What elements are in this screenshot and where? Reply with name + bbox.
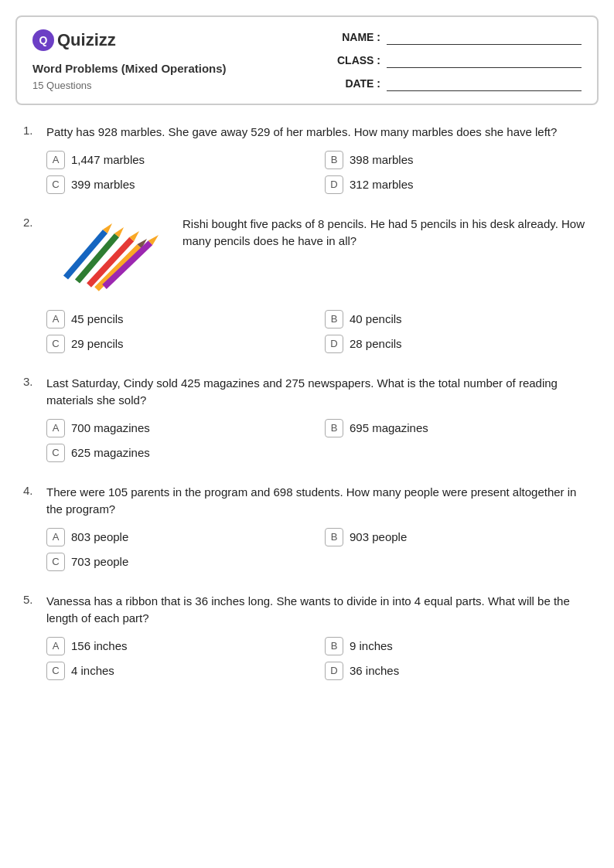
- answer-text-5-a: 156 inches: [71, 639, 128, 652]
- question-text-2: Rishi bought five packs of 8 pencils. He…: [182, 216, 591, 250]
- question-block-1: 1.Patty has 928 marbles. She gave away 5…: [23, 124, 591, 194]
- answer-letter-c: C: [46, 335, 65, 353]
- answer-text-4-b: 903 people: [350, 530, 407, 543]
- answer-text-1-c: 399 marbles: [71, 178, 135, 191]
- answer-text-5-c: 4 inches: [71, 664, 114, 677]
- answer-item-5-b[interactable]: B9 inches: [325, 637, 591, 655]
- answer-item-1-a[interactable]: A1,447 marbles: [46, 151, 312, 169]
- date-line: [387, 76, 582, 91]
- answers-grid-4: A803 peopleB903 peopleC703 people: [23, 528, 591, 571]
- name-line: [387, 29, 582, 45]
- question-text-5: Vanessa has a ribbon that is 36 inches l…: [46, 593, 591, 628]
- answer-letter-d: D: [325, 175, 343, 194]
- answer-item-3-b[interactable]: B695 magazines: [325, 419, 591, 437]
- question-content-2: Rishi bought five packs of 8 pencils. He…: [46, 216, 591, 301]
- answer-item-2-a[interactable]: A45 pencils: [46, 310, 312, 328]
- answer-letter-b: B: [325, 151, 343, 169]
- class-field-row: CLASS :: [334, 53, 582, 68]
- answer-letter-c: C: [46, 662, 65, 680]
- answer-letter-b: B: [325, 419, 343, 437]
- class-label: CLASS :: [334, 54, 380, 66]
- class-line: [387, 53, 582, 68]
- header-left: Q Quizizz Word Problems (Mixed Operation…: [32, 29, 227, 91]
- question-header-4: 4.There were 105 parents in the program …: [23, 484, 591, 519]
- question-number-4: 4.: [23, 484, 39, 497]
- answer-text-2-c: 29 pencils: [71, 337, 124, 350]
- answer-item-3-c[interactable]: C625 magazines: [46, 444, 312, 462]
- answer-text-2-b: 40 pencils: [350, 312, 402, 325]
- answer-item-4-a[interactable]: A803 people: [46, 528, 312, 546]
- answer-text-5-d: 36 inches: [350, 664, 399, 677]
- answer-item-2-d[interactable]: D28 pencils: [325, 335, 591, 353]
- question-content-3: Last Saturday, Cindy sold 425 magazines …: [46, 375, 591, 410]
- answer-letter-c: C: [46, 553, 65, 571]
- answers-grid-5: A156 inchesB9 inchesC4 inchesD36 inches: [23, 637, 591, 680]
- answer-text-4-a: 803 people: [71, 530, 128, 543]
- question-header-3: 3.Last Saturday, Cindy sold 425 magazine…: [23, 375, 591, 410]
- answer-letter-c: C: [46, 175, 65, 194]
- answer-letter-a: A: [46, 310, 65, 328]
- question-number-3: 3.: [23, 375, 39, 388]
- answer-letter-a: A: [46, 419, 65, 437]
- question-block-5: 5.Vanessa has a ribbon that is 36 inches…: [23, 593, 591, 680]
- answers-grid-1: A1,447 marblesB398 marblesC399 marblesD3…: [23, 151, 591, 194]
- answer-letter-d: D: [325, 662, 343, 680]
- answer-text-3-a: 700 magazines: [71, 421, 150, 434]
- question-content-5: Vanessa has a ribbon that is 36 inches l…: [46, 593, 591, 628]
- answer-item-4-b[interactable]: B903 people: [325, 528, 591, 546]
- answer-letter-b: B: [325, 528, 343, 546]
- questions-container: 1.Patty has 928 marbles. She gave away 5…: [15, 124, 599, 680]
- header-box: Q Quizizz Word Problems (Mixed Operation…: [15, 15, 599, 105]
- question-text-4: There were 105 parents in the program an…: [46, 484, 591, 519]
- answer-letter-a: A: [46, 637, 65, 655]
- answer-text-5-b: 9 inches: [350, 639, 393, 652]
- quiz-title: Word Problems (Mixed Operations): [32, 62, 227, 75]
- logo: Q Quizizz: [32, 29, 227, 51]
- date-field-row: DATE :: [334, 76, 582, 91]
- answer-text-1-d: 312 marbles: [350, 178, 414, 191]
- answer-item-1-d[interactable]: D312 marbles: [325, 175, 591, 194]
- answer-letter-c: C: [46, 444, 65, 462]
- answer-item-4-c[interactable]: C703 people: [46, 553, 312, 571]
- answer-text-1-b: 398 marbles: [350, 153, 414, 166]
- question-number-1: 1.: [23, 124, 39, 137]
- answer-letter-b: B: [325, 310, 343, 328]
- question-header-2: 2.Rishi bought five packs of 8 pencils. …: [23, 216, 591, 301]
- answer-item-2-b[interactable]: B40 pencils: [325, 310, 591, 328]
- question-content-1: Patty has 928 marbles. She gave away 529…: [46, 124, 591, 141]
- name-field-row: NAME :: [334, 29, 582, 45]
- header-right: NAME : CLASS : DATE :: [334, 29, 582, 91]
- answer-letter-a: A: [46, 151, 65, 169]
- answer-text-4-c: 703 people: [71, 555, 128, 568]
- answer-item-5-c[interactable]: C4 inches: [46, 662, 312, 680]
- pencil-image: [46, 216, 170, 301]
- question-block-3: 3.Last Saturday, Cindy sold 425 magazine…: [23, 375, 591, 462]
- answer-text-3-b: 695 magazines: [350, 421, 428, 434]
- answer-text-1-a: 1,447 marbles: [71, 153, 145, 166]
- logo-icon: Q: [32, 29, 54, 51]
- question-text-3: Last Saturday, Cindy sold 425 magazines …: [46, 375, 591, 410]
- answer-item-5-d[interactable]: D36 inches: [325, 662, 591, 680]
- answer-letter-b: B: [325, 637, 343, 655]
- question-number-2: 2.: [23, 216, 39, 229]
- answers-grid-3: A700 magazinesB695 magazinesC625 magazin…: [23, 419, 591, 462]
- answer-item-1-c[interactable]: C399 marbles: [46, 175, 312, 194]
- answer-text-3-c: 625 magazines: [71, 446, 150, 459]
- answer-letter-d: D: [325, 335, 343, 353]
- answers-grid-2: A45 pencilsB40 pencilsC29 pencilsD28 pen…: [23, 310, 591, 353]
- question-block-2: 2.Rishi bought five packs of 8 pencils. …: [23, 216, 591, 353]
- answer-text-2-a: 45 pencils: [71, 312, 124, 325]
- question-content-4: There were 105 parents in the program an…: [46, 484, 591, 519]
- question-header-1: 1.Patty has 928 marbles. She gave away 5…: [23, 124, 591, 141]
- answer-text-2-d: 28 pencils: [350, 337, 402, 350]
- answer-item-2-c[interactable]: C29 pencils: [46, 335, 312, 353]
- question-block-4: 4.There were 105 parents in the program …: [23, 484, 591, 571]
- name-label: NAME :: [334, 31, 380, 43]
- answer-item-1-b[interactable]: B398 marbles: [325, 151, 591, 169]
- question-number-5: 5.: [23, 593, 39, 606]
- question-header-5: 5.Vanessa has a ribbon that is 36 inches…: [23, 593, 591, 628]
- question-text-1: Patty has 928 marbles. She gave away 529…: [46, 124, 591, 141]
- answer-item-5-a[interactable]: A156 inches: [46, 637, 312, 655]
- logo-text: Quizizz: [57, 30, 116, 50]
- answer-item-3-a[interactable]: A700 magazines: [46, 419, 312, 437]
